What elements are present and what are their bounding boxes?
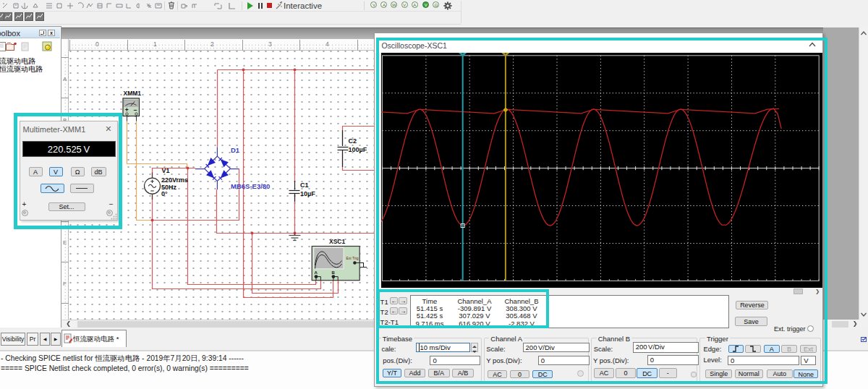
svg-text:C1: C1 <box>300 181 309 189</box>
svg-text:−: − <box>134 106 137 114</box>
svg-text:B: B <box>332 270 336 275</box>
svg-text:A: A <box>315 270 318 275</box>
svg-text:MB6S-E3/80: MB6S-E3/80 <box>231 182 270 190</box>
svg-text:10µF: 10µF <box>300 190 315 197</box>
svg-text:220Vrms: 220Vrms <box>161 176 188 184</box>
svg-text:XMM1: XMM1 <box>124 90 142 97</box>
svg-text:0°: 0° <box>161 190 168 197</box>
svg-text:D1: D1 <box>231 146 240 154</box>
svg-text:100µF: 100µF <box>349 146 367 153</box>
svg-text:V1: V1 <box>162 167 170 174</box>
svg-text:C2: C2 <box>349 137 357 145</box>
svg-text:XSC1: XSC1 <box>329 238 345 245</box>
svg-text:Ext Trig: Ext Trig <box>346 256 359 260</box>
